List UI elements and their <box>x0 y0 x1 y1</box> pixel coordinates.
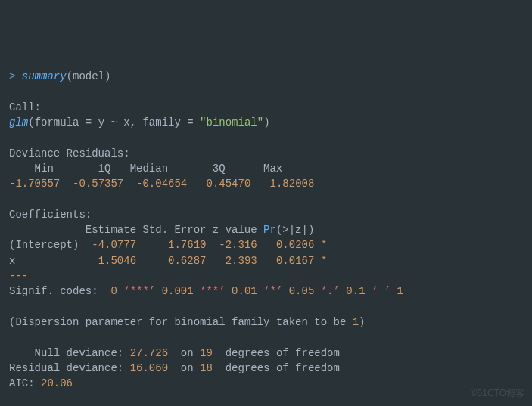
signif-c0: ‘***’ <box>117 285 162 297</box>
formula: y ~ x <box>98 116 130 129</box>
coef-cols-post: (>|z|) <box>276 224 327 236</box>
disp-text: Dispersion parameter for binomial family… <box>15 316 352 328</box>
on1: on <box>168 347 200 359</box>
coef-header: Coefficients: <box>9 209 92 221</box>
signif-c4: ‘ ’ <box>366 285 397 297</box>
coef-row1-z: 2.393 <box>219 255 257 267</box>
call-label: Call: <box>9 101 41 113</box>
coef-row0-name: (Intercept) <box>9 239 79 251</box>
family-kw: family = <box>142 116 200 129</box>
signif-n0: 0 <box>110 285 117 297</box>
null-dev-val: 27.726 <box>130 347 168 359</box>
resid-dev-val: 16.060 <box>130 362 168 374</box>
disp-close: ) <box>359 316 365 328</box>
coef-row0-z: -2.316 <box>219 239 257 251</box>
coef-row0-se: 1.7610 <box>168 239 206 251</box>
summary-call: summary <box>22 70 67 82</box>
aic-val: 20.06 <box>41 377 73 389</box>
coef-row0-sig: * <box>321 239 327 251</box>
coef-row1-name: x <box>9 255 79 267</box>
dof1: degrees of freedom <box>213 347 340 359</box>
dev-q1: -0.57357 <box>73 178 123 190</box>
signif-label: Signif. codes: <box>9 285 110 297</box>
resid-df: 18 <box>200 362 213 374</box>
signif-n5: 1 <box>397 285 403 297</box>
coef-row0-p: 0.0206 <box>276 239 314 251</box>
console-output: > summary(model) Call: glm(formula = y ~… <box>9 70 403 406</box>
coef-dashes: --- <box>9 270 28 282</box>
coef-row1-p: 0.0167 <box>276 255 314 267</box>
quote-close: " <box>257 116 263 129</box>
dof2: degrees of freedom <box>213 362 340 374</box>
disp-val: 1 <box>353 316 359 328</box>
model-arg: model <box>73 70 104 82</box>
formula-kw: formula = <box>35 116 98 129</box>
paren-open: ( <box>67 70 73 82</box>
glm-func: glm <box>9 116 28 129</box>
coef-row1-est: 1.5046 <box>92 255 136 267</box>
prompt-symbol: > <box>9 70 22 82</box>
glm-close: ) <box>263 116 269 129</box>
dev-q3: 0.45470 <box>207 178 251 190</box>
coef-row0-est: -4.0777 <box>92 239 136 251</box>
dev-res-cols: Min 1Q Median 3Q Max <box>9 163 295 175</box>
signif-c1: ‘**’ <box>194 285 232 297</box>
signif-n3: 0.05 <box>289 285 315 297</box>
signif-n2: 0.01 <box>232 285 257 297</box>
on2: on <box>168 362 200 374</box>
quote-open: " <box>200 116 206 129</box>
coef-cols-pr: Pr <box>263 224 276 236</box>
dev-max: 1.82008 <box>270 178 315 190</box>
signif-c2: ‘*’ <box>257 285 289 297</box>
dev-min: -1.70557 <box>9 178 60 190</box>
null-dev-label: Null deviance: <box>9 347 130 359</box>
coef-row1-se: 0.6287 <box>168 255 206 267</box>
coef-row1-sig: * <box>321 255 327 267</box>
signif-n4: 0.1 <box>346 285 365 297</box>
signif-c3: ‘.’ <box>314 285 346 297</box>
family-value: binomial <box>207 116 257 129</box>
coef-cols-pre: Estimate Std. Error z value <box>9 224 263 236</box>
dev-median: -0.04654 <box>136 178 187 190</box>
dev-res-header: Deviance Residuals: <box>9 147 136 160</box>
signif-n1: 0.001 <box>162 285 194 297</box>
sep1: , <box>130 116 143 129</box>
paren-close: ) <box>104 70 110 82</box>
watermark: ©51CTO博客 <box>471 387 524 400</box>
glm-open: ( <box>28 116 34 129</box>
resid-dev-label: Residual deviance: <box>9 362 130 374</box>
null-df: 19 <box>200 347 213 359</box>
aic-label: AIC: <box>9 377 41 389</box>
